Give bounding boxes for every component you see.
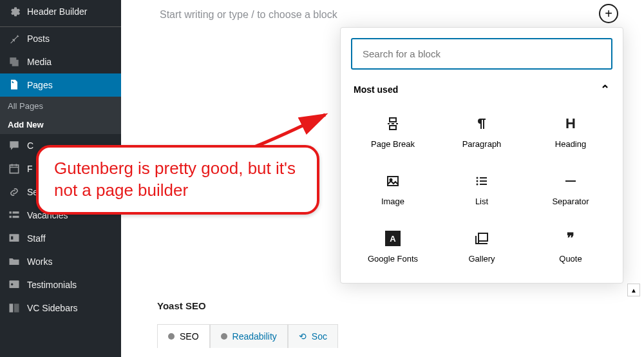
block-image[interactable]: Image — [351, 163, 435, 215]
status-dot-icon — [168, 333, 175, 340]
svg-rect-3 — [13, 216, 19, 218]
block-separator[interactable]: Separator — [529, 163, 612, 215]
page-break-icon — [384, 115, 402, 133]
list-icon — [8, 209, 21, 222]
sidebar-item-testimonials[interactable]: Testimonials — [0, 273, 121, 296]
sidebar-item-label: F — [27, 164, 33, 174]
status-dot-icon — [221, 333, 227, 340]
block-label: Page Break — [371, 139, 415, 149]
svg-rect-5 — [11, 236, 13, 240]
gallery-icon — [473, 229, 491, 247]
quote-icon: ❞ — [562, 229, 580, 247]
block-heading[interactable]: H Heading — [529, 106, 612, 158]
svg-rect-6 — [10, 280, 19, 288]
block-label: List — [475, 197, 488, 206]
block-label: Gallery — [468, 254, 495, 264]
yoast-tab-social[interactable]: ⟲ Soc — [288, 324, 338, 348]
sidebar-item-label: Staff — [27, 233, 46, 244]
block-label: Image — [381, 197, 404, 206]
sidebar-item-pages[interactable]: Pages — [0, 73, 121, 97]
tab-label: Readability — [232, 331, 277, 342]
block-inserter-popover: Most used ⌃ Page Break Paragraph H Headi… — [340, 27, 623, 284]
sidebar-item-label: VC Sidebars — [27, 303, 78, 313]
add-block-button[interactable] — [599, 4, 618, 23]
paragraph-icon — [473, 115, 491, 133]
tab-label: Soc — [312, 331, 327, 342]
svg-rect-1 — [13, 211, 19, 213]
sidebar-item-media[interactable]: Media — [0, 50, 121, 73]
comment-icon — [8, 139, 21, 152]
staff-icon — [8, 232, 21, 245]
submenu-add-new[interactable]: Add New — [0, 115, 121, 134]
svg-rect-10 — [388, 177, 398, 186]
testimonials-icon — [8, 278, 21, 291]
block-gallery[interactable]: Gallery — [440, 220, 524, 273]
list-block-icon — [473, 172, 491, 190]
heading-icon: H — [562, 115, 580, 133]
svg-rect-19 — [478, 233, 488, 241]
sidebar-item-label: Pages — [27, 80, 53, 90]
google-fonts-icon: A — [384, 229, 402, 247]
block-google-fonts[interactable]: A Google Fonts — [351, 220, 435, 273]
yoast-tab-readability[interactable]: Readability — [210, 324, 288, 348]
scroll-up-button[interactable]: ▲ — [627, 284, 640, 296]
chevron-up-icon: ⌃ — [600, 82, 610, 97]
svg-rect-9 — [14, 304, 19, 312]
pin-icon — [8, 32, 21, 45]
most-used-header[interactable]: Most used ⌃ — [354, 82, 610, 97]
block-label: Quote — [559, 254, 582, 264]
svg-point-14 — [477, 180, 478, 182]
submenu-all-pages[interactable]: All Pages — [0, 97, 121, 115]
block-label: Heading — [555, 139, 586, 149]
tab-label: SEO — [180, 331, 199, 342]
sidebar-item-works[interactable]: Works — [0, 250, 121, 273]
sidebar-item-label: Testimonials — [27, 280, 77, 290]
sidebar-item-staff[interactable]: Staff — [0, 227, 121, 250]
sidebar-item-vc-sidebars[interactable]: VC Sidebars — [0, 296, 121, 320]
block-label: Google Fonts — [368, 254, 418, 264]
block-page-break[interactable]: Page Break — [351, 106, 435, 158]
pages-submenu: All Pages Add New — [0, 97, 121, 134]
svg-rect-4 — [10, 234, 19, 242]
block-list[interactable]: List — [440, 163, 524, 215]
block-label: Paragraph — [462, 139, 502, 149]
editor-placeholder: Start writing or type / to choose a bloc… — [160, 9, 337, 21]
svg-rect-13 — [480, 177, 487, 179]
svg-rect-0 — [10, 211, 12, 213]
sidebar-item-label: C — [27, 140, 33, 151]
yoast-tabs: SEO Readability ⟲ Soc — [157, 324, 316, 348]
yoast-tab-seo[interactable]: SEO — [157, 324, 210, 348]
sidebar-item-header-builder[interactable]: Header Builder — [0, 0, 121, 23]
yoast-panel: Yoast SEO SEO Readability ⟲ Soc — [157, 300, 316, 348]
sidebar-item-label: Header Builder — [27, 6, 87, 17]
sidebar-item-label: Posts — [27, 34, 50, 44]
share-icon: ⟲ — [299, 331, 307, 342]
pages-icon — [8, 79, 21, 92]
section-title: Most used — [354, 84, 398, 95]
svg-point-7 — [11, 284, 13, 285]
svg-rect-8 — [10, 304, 14, 312]
sidebars-icon — [8, 302, 21, 314]
block-search-input[interactable] — [351, 38, 612, 70]
gear-icon — [8, 5, 21, 18]
svg-rect-17 — [480, 184, 487, 185]
block-label: Separator — [552, 197, 589, 206]
block-paragraph[interactable]: Paragraph — [440, 106, 524, 158]
block-grid: Page Break Paragraph H Heading Image Lis… — [351, 106, 612, 273]
annotation-callout: Gutenberg is pretty good, but it's not a… — [36, 145, 319, 215]
svg-point-12 — [477, 177, 478, 179]
folder-icon — [8, 255, 21, 268]
sidebar-item-posts[interactable]: Posts — [0, 27, 121, 50]
media-icon — [8, 55, 21, 68]
block-quote[interactable]: ❞ Quote — [529, 220, 612, 273]
svg-point-16 — [477, 184, 478, 186]
separator-icon — [562, 172, 580, 190]
sidebar-item-label: Works — [27, 256, 52, 267]
calendar-icon — [8, 162, 21, 175]
image-icon — [384, 172, 402, 190]
annotation-text: Gutenberg is pretty good, but it's not a… — [54, 159, 296, 200]
link-icon — [8, 186, 21, 198]
svg-rect-2 — [10, 216, 12, 218]
yoast-title: Yoast SEO — [157, 300, 316, 311]
svg-rect-15 — [480, 180, 487, 182]
